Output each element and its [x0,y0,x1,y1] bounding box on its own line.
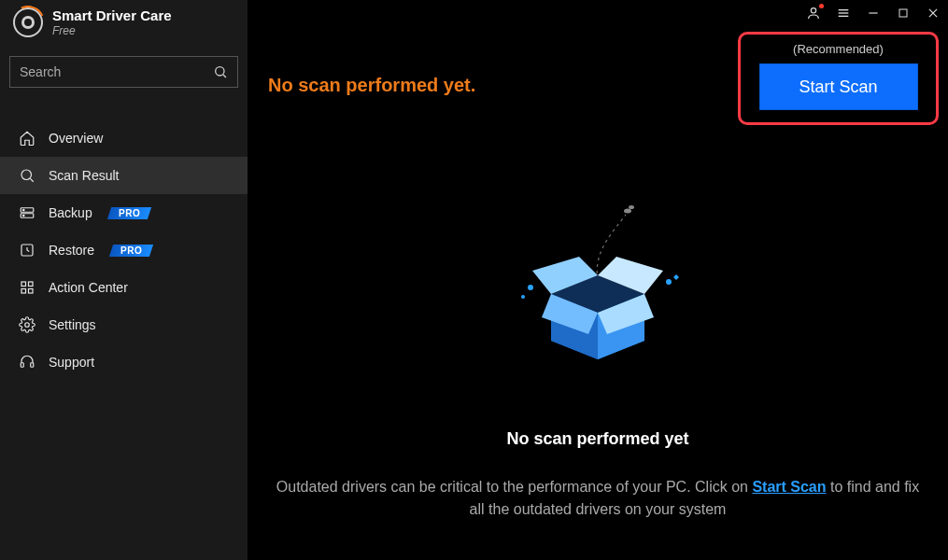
restore-icon [19,242,35,259]
svg-line-3 [30,178,33,181]
sidebar-item-label: Support [49,355,94,370]
gear-icon [19,316,35,333]
svg-line-1 [223,75,226,77]
scan-status-heading: No scan performed yet. [268,75,475,96]
search-input[interactable] [20,64,213,79]
window-controls [806,6,941,21]
svg-point-28 [666,279,672,285]
app-logo-icon [13,7,43,37]
maximize-button[interactable] [896,6,911,21]
start-scan-link[interactable]: Start Scan [752,479,826,495]
sidebar-item-support[interactable]: Support [0,343,248,381]
svg-point-2 [21,170,32,180]
sidebar-item-label: Overview [49,131,103,146]
grid-icon [19,279,35,296]
sidebar-item-label: Action Center [49,280,128,295]
start-scan-panel: (Recommended) Start Scan [738,32,939,125]
svg-rect-9 [21,282,26,287]
app-logo-block: Smart Driver Care Free [0,0,248,43]
svg-rect-11 [21,289,26,294]
svg-point-27 [521,295,525,299]
sidebar-item-restore[interactable]: Restore PRO [0,231,248,269]
start-scan-button[interactable]: Start Scan [759,63,918,110]
sidebar-item-backup[interactable]: Backup PRO [0,194,248,231]
home-icon [19,130,35,147]
recommended-label: (Recommended) [793,42,884,56]
svg-point-25 [629,205,634,209]
svg-rect-10 [29,282,34,287]
app-title-block: Smart Driver Care Free [52,7,172,37]
svg-rect-14 [21,363,23,368]
sidebar-item-action-center[interactable]: Action Center [0,269,248,306]
svg-point-6 [23,209,25,211]
desc-text-prefix: Outdated drivers can be critical to the … [276,479,753,495]
svg-rect-12 [29,289,34,294]
backup-icon [19,204,35,221]
empty-state-title: No scan performed yet [248,429,948,449]
sidebar-item-label: Backup [49,205,92,220]
minimize-button[interactable] [866,6,881,21]
hamburger-menu-icon[interactable] [836,6,851,21]
pro-badge: PRO [107,207,151,219]
main-panel: (Recommended) Start Scan No scan perform… [248,0,948,560]
svg-rect-21 [899,9,907,17]
sidebar-item-label: Restore [49,243,94,258]
empty-state-description: Outdated drivers can be critical to the … [248,476,948,521]
sidebar-nav: Overview Scan Result Backup PRO Restore [0,119,248,381]
svg-point-13 [25,323,30,328]
pro-badge: PRO [109,245,153,257]
close-button[interactable] [926,6,941,21]
sidebar: Smart Driver Care Free Overview [0,0,248,560]
sidebar-item-label: Settings [49,317,96,332]
svg-rect-15 [31,363,34,368]
svg-point-16 [811,8,815,13]
sidebar-item-label: Scan Result [49,168,119,183]
svg-point-26 [528,285,533,290]
headset-icon [19,354,35,371]
magnifier-icon [19,167,35,184]
sidebar-item-overview[interactable]: Overview [0,119,248,157]
search-box[interactable] [9,56,238,88]
svg-point-7 [23,215,25,217]
sidebar-item-scan-result[interactable]: Scan Result [0,157,248,194]
app-edition: Free [52,24,172,37]
search-icon[interactable] [213,64,228,79]
svg-point-0 [216,67,224,76]
sidebar-item-settings[interactable]: Settings [0,306,248,343]
open-box-illustration [495,187,700,373]
app-title: Smart Driver Care [52,7,172,23]
svg-point-24 [624,209,631,214]
user-account-icon[interactable] [806,6,821,21]
app-window: Smart Driver Care Free Overview [0,0,948,560]
